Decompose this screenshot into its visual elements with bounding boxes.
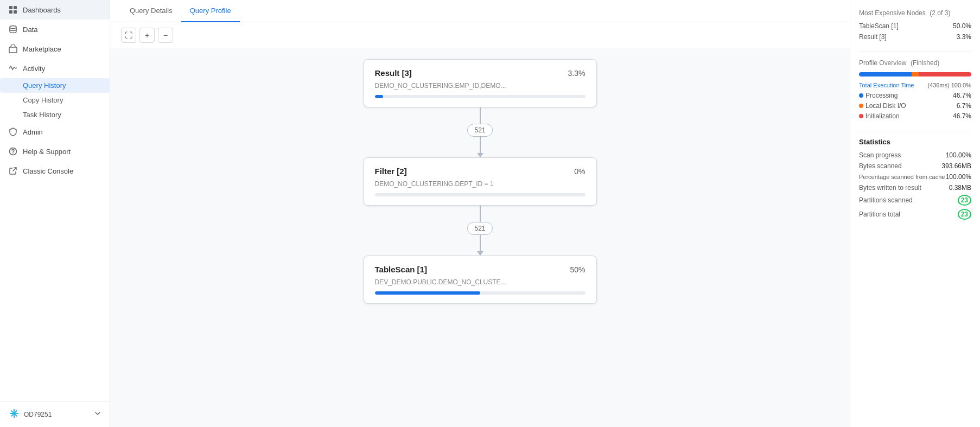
filter-node[interactable]: Filter [2] 0% DEMO_NO_CLUSTERING.DEPT_ID… bbox=[364, 157, 597, 206]
tab-query-profile[interactable]: Query Profile bbox=[181, 0, 240, 22]
tablescan-node-pct: 50% bbox=[570, 265, 585, 274]
expensive-row-0: TableScan [1] 50.0% bbox=[859, 22, 971, 30]
connector-arrow-2 bbox=[477, 251, 483, 256]
expensive-row-1: Result [3] 3.3% bbox=[859, 33, 971, 41]
stat-row-label-3: Bytes written to result bbox=[859, 184, 921, 192]
partitions-scanned-highlight: 23 bbox=[958, 195, 971, 206]
profile-overview-bar bbox=[859, 72, 971, 77]
plus-icon: + bbox=[145, 31, 149, 40]
stat-dot-init bbox=[859, 114, 863, 118]
grid-icon bbox=[9, 5, 17, 14]
result-progress-bar-fill bbox=[375, 95, 384, 98]
stat-row-label-5: Partitions total bbox=[859, 211, 900, 218]
connector-badge-2: 521 bbox=[467, 222, 492, 235]
expand-button[interactable]: ⛶ bbox=[121, 28, 136, 43]
chevron-down-icon bbox=[94, 410, 101, 418]
sidebar-item-marketplace[interactable]: Marketplace bbox=[0, 39, 110, 59]
filter-node-title: Filter [2] bbox=[375, 167, 407, 176]
activity-icon bbox=[9, 64, 17, 73]
profile-overview-section: Profile Overview (Finished) Total Execut… bbox=[859, 59, 971, 120]
result-node-desc: DEMO_NO_CLUSTERING.EMP_ID,DEMO... bbox=[375, 82, 586, 90]
statistics-title: Statistics bbox=[859, 138, 971, 146]
sidebar-item-data[interactable]: Data bbox=[0, 20, 110, 39]
database-icon bbox=[9, 25, 17, 34]
result-node-title: Result [3] bbox=[375, 68, 412, 78]
stat-row-label-2: Percentage scanned from cache bbox=[859, 174, 945, 180]
stat-value-disk-io: 6.7% bbox=[957, 102, 971, 110]
sidebar-item-activity[interactable]: Activity bbox=[0, 59, 110, 78]
stat-row-value-2: 100.00% bbox=[946, 173, 971, 181]
sidebar-item-admin[interactable]: Admin bbox=[0, 122, 110, 142]
divider-2 bbox=[859, 131, 971, 131]
result-node-pct: 3.3% bbox=[568, 69, 586, 78]
tab-bar: Query Details Query Profile bbox=[110, 0, 850, 22]
tab-query-details[interactable]: Query Details bbox=[121, 0, 181, 22]
most-expensive-count: (2 of 3) bbox=[930, 9, 950, 17]
flow-diagram: Result [3] 3.3% DEMO_NO_CLUSTERING.EMP_I… bbox=[364, 59, 597, 304]
connector-line-bottom-2 bbox=[480, 235, 481, 251]
toolbar: ⛶ + − bbox=[110, 22, 850, 48]
result-progress-bar-bg bbox=[375, 95, 586, 98]
stat-label-init: Initialization bbox=[859, 112, 900, 120]
connector-line-top-1 bbox=[480, 107, 481, 124]
svg-rect-2 bbox=[9, 10, 12, 14]
profile-status: (Finished) bbox=[911, 59, 939, 67]
tablescan-node[interactable]: TableScan [1] 50% DEV_DEMO.PUBLIC.DEMO_N… bbox=[364, 256, 597, 304]
sidebar-item-help[interactable]: Help & Support bbox=[0, 142, 110, 161]
stat-row-label-4: Partitions scanned bbox=[859, 196, 913, 204]
filter-node-header: Filter [2] 0% bbox=[375, 167, 586, 176]
profile-bar-processing bbox=[859, 72, 912, 77]
stat-row-3: Bytes written to result 0.38MB bbox=[859, 184, 971, 192]
connector-arrow-1 bbox=[477, 153, 483, 157]
stat-row-label-1: Bytes scanned bbox=[859, 162, 902, 170]
sidebar-footer[interactable]: OD79251 bbox=[0, 401, 110, 427]
sidebar-sub-item-query-history[interactable]: Query History bbox=[0, 78, 110, 93]
sidebar-item-label: Help & Support bbox=[23, 148, 71, 156]
minus-icon: − bbox=[163, 31, 168, 40]
sidebar-item-label: Marketplace bbox=[23, 45, 61, 53]
expand-icon: ⛶ bbox=[125, 31, 132, 40]
result-node[interactable]: Result [3] 3.3% DEMO_NO_CLUSTERING.EMP_I… bbox=[364, 59, 597, 107]
connector-badge-1: 521 bbox=[467, 124, 492, 137]
query-profile-canvas[interactable]: Result [3] 3.3% DEMO_NO_CLUSTERING.EMP_I… bbox=[110, 48, 850, 427]
svg-rect-0 bbox=[9, 6, 12, 9]
sidebar-item-label: Dashboards bbox=[23, 6, 61, 14]
sidebar-item-classic-console[interactable]: Classic Console bbox=[0, 161, 110, 181]
svg-rect-3 bbox=[14, 10, 17, 14]
stat-row-1: Bytes scanned 393.66MB bbox=[859, 162, 971, 170]
connector-2: 521 bbox=[467, 206, 492, 256]
stat-row-0: Scan progress 100.00% bbox=[859, 151, 971, 159]
svg-point-4 bbox=[10, 26, 16, 29]
shield-icon bbox=[9, 128, 17, 136]
expensive-value-0: 50.0% bbox=[953, 22, 971, 30]
sidebar: Dashboards Data Marketplace Activity Que… bbox=[0, 0, 110, 427]
help-icon bbox=[9, 147, 17, 156]
stat-row-value-5: 23 bbox=[958, 209, 971, 220]
stat-row-init: Initialization 46.7% bbox=[859, 112, 971, 120]
filter-progress-bar-bg bbox=[375, 193, 586, 196]
statistics-section: Statistics Scan progress 100.00% Bytes s… bbox=[859, 138, 971, 220]
filter-node-pct: 0% bbox=[574, 167, 585, 176]
sidebar-sub-item-task-history[interactable]: Task History bbox=[0, 107, 110, 122]
svg-rect-5 bbox=[9, 47, 17, 53]
store-icon bbox=[9, 44, 17, 53]
exec-time-row: Total Execution Time (436ms) 100.0% bbox=[859, 82, 971, 88]
tablescan-node-desc: DEV_DEMO.PUBLIC.DEMO_NO_CLUSTE... bbox=[375, 278, 586, 286]
expensive-label-1: Result [3] bbox=[859, 33, 887, 41]
zoom-in-button[interactable]: + bbox=[139, 28, 155, 43]
stat-row-value-3: 0.38MB bbox=[949, 184, 971, 192]
tablescan-node-header: TableScan [1] 50% bbox=[375, 265, 586, 274]
stat-row-4: Partitions scanned 23 bbox=[859, 195, 971, 206]
partitions-total-highlight: 23 bbox=[958, 209, 971, 220]
tablescan-progress-bar-bg bbox=[375, 291, 586, 295]
stat-dot-disk-io bbox=[859, 104, 863, 108]
sidebar-sub-item-copy-history[interactable]: Copy History bbox=[0, 93, 110, 107]
tablescan-node-title: TableScan [1] bbox=[375, 265, 427, 274]
right-panel: Most Expensive Nodes (2 of 3) TableScan … bbox=[850, 0, 980, 427]
profile-bar-disk-io bbox=[912, 72, 918, 77]
most-expensive-section: Most Expensive Nodes (2 of 3) TableScan … bbox=[859, 9, 971, 41]
profile-bar-init bbox=[919, 72, 971, 77]
stat-row-processing: Processing 46.7% bbox=[859, 92, 971, 99]
sidebar-item-dashboards[interactable]: Dashboards bbox=[0, 0, 110, 20]
zoom-out-button[interactable]: − bbox=[158, 28, 173, 43]
